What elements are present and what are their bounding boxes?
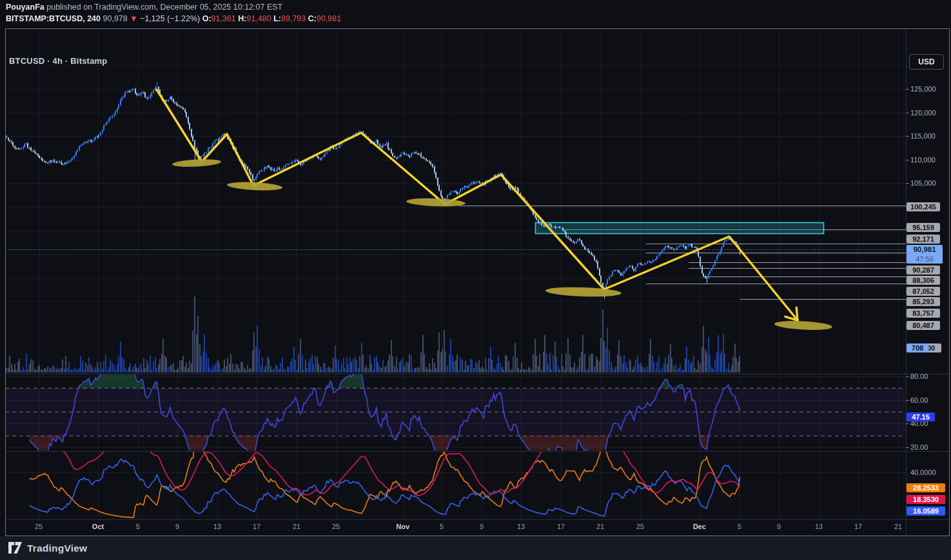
- time-axis-day-label[interactable]: 13: [507, 523, 535, 530]
- dmi-value-badge: 16.0589: [907, 507, 945, 516]
- time-axis-day-label[interactable]: 25: [25, 523, 53, 530]
- price-level-label: 80,487: [907, 321, 940, 330]
- current-price-badge: 90,981 47:56: [907, 245, 943, 264]
- time-axis-month-label[interactable]: Dec: [685, 523, 714, 530]
- current-price-value: 90,981: [907, 245, 943, 255]
- time-axis-day-label[interactable]: 9: [765, 523, 793, 530]
- time-axis-day-label[interactable]: 9: [467, 523, 496, 530]
- price-change: −1,125 (−1.22%): [140, 14, 200, 23]
- time-axis-day-label[interactable]: 17: [547, 523, 575, 530]
- close-value: 90,981: [317, 14, 341, 23]
- dmi-value-badge: 28.2533: [907, 483, 945, 492]
- publish-text: published on TradingView.com, December 0…: [44, 3, 282, 12]
- price-scale-tick: 110,000: [910, 156, 936, 164]
- tradingview-published-chart: PouyanFa published on TradingView.com, D…: [0, 0, 951, 560]
- low-label: L:: [273, 14, 281, 23]
- last-price: 90,978: [103, 14, 128, 23]
- time-axis-month-label[interactable]: Nov: [389, 523, 417, 530]
- dmi-value-badge: 18.3530: [907, 495, 945, 504]
- chart-canvas[interactable]: [0, 0, 951, 560]
- time-axis-day-label[interactable]: 13: [805, 523, 833, 530]
- price-level-label: 92,171: [907, 235, 940, 244]
- open-value: 91,361: [211, 14, 236, 23]
- time-axis-day-label[interactable]: 9: [163, 523, 191, 530]
- price-level-label: 90,287: [907, 266, 940, 275]
- time-axis-day-label[interactable]: 25: [322, 523, 350, 530]
- price-scale-tick: 115,000: [910, 132, 936, 140]
- time-axis-day-label[interactable]: 21: [586, 523, 614, 530]
- time-axis-day-label[interactable]: 17: [844, 523, 872, 530]
- time-axis-day-label[interactable]: 21: [884, 523, 912, 530]
- author-name: PouyanFa: [6, 3, 44, 12]
- rsi-scale-tick: 20.00: [910, 443, 928, 451]
- price-scale-tick: 105,000: [910, 179, 936, 187]
- tradingview-wordmark: TradingView: [27, 543, 87, 554]
- symbol-name: BITSTAMP:BTCUSD, 240: [6, 14, 101, 23]
- price-scale-tick: 125,000: [910, 85, 936, 93]
- time-axis-day-label[interactable]: 5: [725, 523, 754, 530]
- down-triangle-icon: ▼: [130, 14, 137, 23]
- footer-bar: TradingView: [0, 536, 951, 560]
- low-value: 89,793: [281, 14, 306, 23]
- chart-symbol-title: BTCUSD · 4h · Bitstamp: [9, 56, 107, 66]
- price-level-label: 83,757: [907, 309, 940, 318]
- time-axis-day-label[interactable]: 21: [282, 523, 311, 530]
- rsi-scale-tick: 60.00: [910, 396, 928, 404]
- price-scale-tick: 120,000: [910, 109, 936, 117]
- time-axis-day-label[interactable]: 13: [203, 523, 231, 530]
- rsi-scale-tick: 80.00: [910, 372, 928, 380]
- price-level-label: 95,159: [907, 223, 940, 232]
- symbol-info-line: BITSTAMP:BTCUSD, 240 90,978 ▼ −1,125 (−1…: [6, 14, 341, 23]
- volume-value-badge: 708: [907, 343, 928, 352]
- tradingview-logo-icon: [8, 542, 23, 554]
- price-level-label: 85,293: [907, 297, 940, 306]
- close-label: C:: [308, 14, 317, 23]
- open-label: O:: [202, 14, 211, 23]
- time-axis-month-label[interactable]: Oct: [84, 523, 112, 530]
- high-label: H:: [238, 14, 246, 23]
- price-level-label: 100,245: [907, 202, 940, 211]
- time-axis-day-label[interactable]: 5: [124, 523, 152, 530]
- price-level-label: 87,052: [907, 287, 940, 296]
- time-axis-day-label[interactable]: 25: [626, 523, 654, 530]
- publish-info-line: PouyanFa published on TradingView.com, D…: [6, 3, 282, 12]
- dmi-scale-tick: 40.0000: [910, 468, 936, 476]
- rsi-value-badge: 47.15: [907, 412, 935, 421]
- bar-countdown: 47:56: [907, 255, 943, 264]
- time-axis-day-label[interactable]: 5: [427, 523, 456, 530]
- time-axis-day-label[interactable]: 17: [242, 523, 271, 530]
- price-level-label: 88,306: [907, 276, 940, 285]
- high-value: 91,480: [247, 14, 271, 23]
- tradingview-logo[interactable]: TradingView: [8, 542, 87, 554]
- currency-toggle-button[interactable]: USD: [909, 54, 944, 70]
